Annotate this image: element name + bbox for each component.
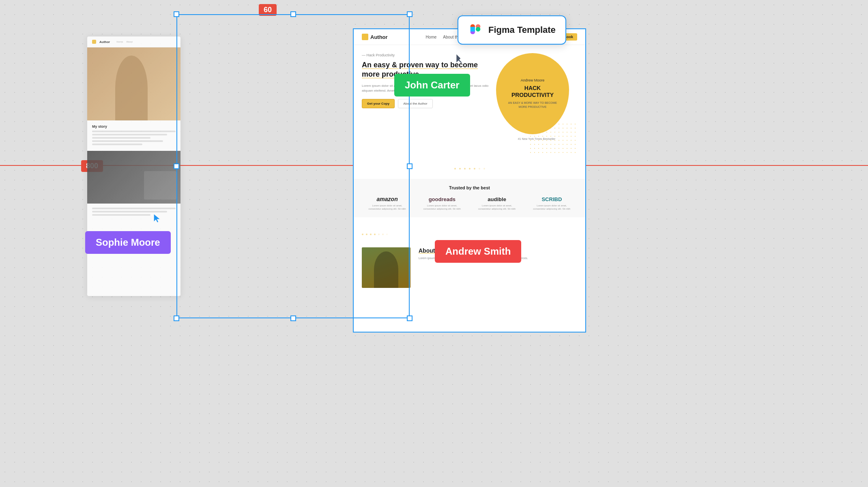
handle-left-mid[interactable] [174,163,179,169]
trusted-section: Trusted by the best amazon Lorem ipsum d… [354,179,585,217]
get-copy-btn[interactable]: Get your Copy [362,99,395,108]
mini-hero-image [87,47,180,120]
cursor-arrow-sophie [152,213,163,226]
logo-goodreads: goodreads Lorem ipsum dolor sit amet, co… [422,196,462,211]
amazon-logo-text: amazon [367,196,408,202]
scribd-desc: Lorem ipsum dolor sit amet, consectetur … [531,204,572,211]
mini-section-title: My story [92,124,176,129]
hero-subtitle: Hack Productivity [362,53,490,57]
mini-logo-icon [92,40,96,44]
trusted-title: Trusted by the best [362,185,577,190]
logo-scribd: SCRIBD Lorem ipsum dolor sit amet, conse… [531,196,572,211]
mini-story-section: My story [87,120,180,151]
handle-bottom-mid[interactable] [290,315,296,321]
scribd-logo-text: SCRIBD [531,196,572,202]
nav-home[interactable]: Home [426,35,437,39]
badge-john-carter: John Carter [394,74,470,97]
book-author: Andrew Moore [521,78,545,82]
john-name: John Carter [405,79,460,90]
person-silhouette [115,56,148,120]
mini-nav-home: Home [116,41,123,43]
mini-text-lines [92,131,176,145]
sophie-name: Sophie Moore [96,237,160,248]
hero-buttons: Get your Copy About the Author [362,99,490,108]
handle-top-right[interactable] [407,11,413,17]
mini-logo-text: Author [99,40,110,44]
book-title: HACK PRODUCTIVITY [504,85,561,99]
about-author-btn[interactable]: About the Author [398,99,433,108]
site-logo: Author [362,34,388,40]
trusted-logos: amazon Lorem ipsum dolor sit amet, conse… [362,196,577,211]
dots-pattern-hero [529,122,577,154]
goodreads-desc: Lorem ipsum dolor sit amet, consectetur … [422,204,462,211]
dots-row1 [354,165,585,172]
goodreads-logo-text: goodreads [422,196,462,202]
handle-bottom-right[interactable] [407,315,413,321]
handle-top-mid[interactable] [290,11,296,17]
andrew-name: Andrew Smith [445,246,511,257]
mini-nav-left: Author Home About [87,36,180,47]
badge-sophie-moore: Sophie Moore [85,231,171,254]
amazon-desc: Lorem ipsum dolor sit amet, consectetur … [367,204,408,211]
hero-section: Hack Productivity An easy & proven way t… [354,45,585,159]
logo-text: Author [370,34,388,40]
book-tagline: AN EASY & MORE WAY TO BECOME MORE PRODUC… [504,101,561,109]
audible-logo-text: audible [477,196,517,202]
mini-nav-about: About [126,41,133,43]
svg-point-6 [476,27,480,31]
about-dots-area [354,230,585,235]
hero-right: Andrew Moore HACK PRODUCTIVITY AN EASY &… [496,53,577,154]
handle-right-mid[interactable] [407,163,413,169]
mini-image2 [87,151,180,204]
logo-amazon: amazon Lorem ipsum dolor sit amet, conse… [367,196,408,211]
mini-section2 [87,204,180,221]
handle-bottom-left[interactable] [174,315,179,321]
badge-andrew-smith: Andrew Smith [435,240,521,263]
website-frame: Author Home About the Author Store Blog … [353,28,586,333]
about-dots [362,234,577,235]
figma-logo-icon [468,22,483,38]
middle-gap [354,217,585,230]
figma-badge-label: Figma Template [488,25,556,35]
handle-top-left[interactable] [174,11,179,17]
logo-icon [362,34,368,40]
logo-audible: audible Lorem ipsum dolor sit amet, cons… [477,196,517,211]
svg-rect-5 [471,27,475,31]
svg-marker-8 [154,215,160,223]
figma-template-badge: Figma Template [458,15,566,45]
main-frame-container: Author Home About the Author Store Blog … [176,14,410,318]
audible-desc: Lorem ipsum dolor sit amet, consectetur … [477,204,517,211]
bg-frame-left: Author Home About My story [87,36,180,296]
hero-left: Hack Productivity An easy & proven way t… [362,53,496,154]
cursor-arrow-1 [453,53,465,66]
about-image [362,247,410,288]
svg-marker-7 [453,54,463,64]
hero-gap [354,159,585,179]
